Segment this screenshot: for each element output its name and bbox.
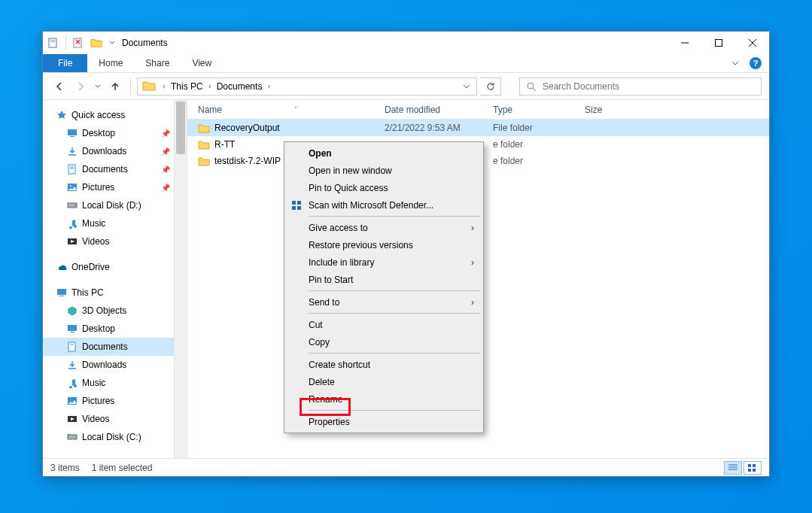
- ctx-pin-start[interactable]: Pin to Start: [286, 271, 482, 288]
- col-date[interactable]: Date modified: [385, 105, 493, 115]
- share-tab[interactable]: Share: [134, 54, 181, 72]
- svg-rect-0: [49, 38, 56, 47]
- tree-3d-objects[interactable]: 3D Objects: [43, 302, 187, 320]
- svg-line-9: [533, 88, 536, 91]
- address-seg-this-pc[interactable]: This PC: [169, 81, 205, 92]
- home-tab[interactable]: Home: [87, 54, 134, 72]
- tree-desktop2[interactable]: Desktop: [43, 320, 187, 338]
- status-selected-count: 1 item selected: [92, 463, 153, 473]
- close-button[interactable]: [735, 32, 769, 54]
- minimize-button[interactable]: [668, 32, 701, 54]
- help-icon[interactable]: ?: [750, 57, 762, 69]
- submenu-arrow-icon: ›: [471, 297, 474, 308]
- view-details-button[interactable]: [724, 461, 742, 475]
- ctx-restore-versions[interactable]: Restore previous versions: [286, 236, 482, 253]
- ctx-delete[interactable]: Delete: [286, 373, 482, 390]
- tree-quick-access[interactable]: Quick access: [43, 106, 187, 124]
- search-placeholder: Search Documents: [543, 81, 619, 92]
- documents-icon: [67, 341, 78, 352]
- ctx-rename[interactable]: Rename: [286, 390, 482, 408]
- col-name[interactable]: Name˄: [187, 105, 385, 115]
- tree-desktop[interactable]: Desktop📌: [43, 124, 187, 142]
- ctx-scan-defender[interactable]: Scan with Microsoft Defender...: [286, 196, 482, 214]
- music-icon: [67, 218, 78, 229]
- view-thumbnails-button[interactable]: [744, 461, 762, 475]
- tree-downloads[interactable]: Downloads📌: [43, 142, 187, 160]
- desktop-icon: [67, 323, 78, 334]
- ctx-copy[interactable]: Copy: [286, 333, 482, 351]
- ctx-pin-quick-access[interactable]: Pin to Quick access: [286, 179, 482, 196]
- svg-rect-5: [715, 40, 722, 47]
- ctx-send-to[interactable]: Send to›: [286, 293, 482, 311]
- address-chevron-icon[interactable]: ›: [205, 82, 215, 90]
- tree-music2[interactable]: Music: [43, 374, 187, 392]
- view-tab[interactable]: View: [181, 54, 223, 72]
- scrollbar-thumb[interactable]: [176, 102, 185, 154]
- address-dropdown-icon[interactable]: [458, 83, 475, 90]
- tree-documents2[interactable]: Documents: [43, 338, 187, 356]
- qat-new-folder-icon[interactable]: [72, 37, 84, 49]
- ribbon-expand-icon[interactable]: [731, 59, 739, 67]
- refresh-button[interactable]: [480, 77, 501, 96]
- folder-icon: [198, 156, 210, 166]
- pin-icon: 📌: [161, 147, 170, 156]
- address-bar[interactable]: › This PC › Documents ›: [137, 77, 477, 96]
- tree-downloads2[interactable]: Downloads: [43, 356, 187, 374]
- disk-icon: [67, 432, 78, 442]
- tree-documents[interactable]: Documents📌: [43, 160, 187, 178]
- tree-onedrive[interactable]: OneDrive: [43, 258, 187, 276]
- svg-rect-33: [748, 464, 751, 467]
- sidebar-scrollbar[interactable]: [174, 100, 187, 458]
- tree-local-disk-c[interactable]: Local Disk (C:): [43, 428, 187, 446]
- documents-icon: [67, 164, 78, 175]
- svg-rect-36: [753, 469, 756, 472]
- ctx-properties[interactable]: Properties: [286, 413, 482, 430]
- ctx-create-shortcut[interactable]: Create shortcut: [286, 356, 482, 373]
- svg-rect-34: [753, 464, 756, 467]
- qat-properties-icon[interactable]: [47, 37, 59, 49]
- recent-dropdown-icon[interactable]: [93, 77, 103, 96]
- search-box[interactable]: Search Documents: [519, 77, 762, 96]
- tree-pictures[interactable]: Pictures📌: [43, 178, 187, 196]
- star-icon: [56, 110, 67, 120]
- address-folder-icon: [142, 80, 156, 93]
- context-menu: Open Open in new window Pin to Quick acc…: [284, 141, 484, 433]
- music-icon: [67, 378, 78, 388]
- maximize-button[interactable]: [701, 32, 735, 54]
- svg-rect-24: [68, 342, 75, 351]
- address-root-chevron-icon[interactable]: ›: [159, 82, 169, 90]
- ctx-open[interactable]: Open: [286, 144, 482, 162]
- ctx-cut[interactable]: Cut: [286, 316, 482, 333]
- file-tab[interactable]: File: [43, 54, 87, 72]
- svg-rect-21: [59, 296, 64, 296]
- tree-this-pc[interactable]: This PC: [43, 284, 187, 302]
- address-chevron2-icon[interactable]: ›: [263, 82, 274, 90]
- qat-dropdown-icon[interactable]: [108, 37, 116, 49]
- ctx-give-access[interactable]: Give access to›: [286, 219, 482, 236]
- caption-buttons: [668, 32, 769, 54]
- col-size[interactable]: Size: [582, 105, 769, 115]
- file-row[interactable]: RecoveryOutput 2/21/2022 9:53 AM File fo…: [187, 120, 769, 136]
- svg-rect-35: [748, 469, 751, 472]
- svg-rect-29: [68, 434, 71, 436]
- forward-button[interactable]: [71, 77, 90, 96]
- ctx-open-new-window[interactable]: Open in new window: [286, 162, 482, 179]
- svg-rect-10: [68, 129, 77, 135]
- svg-rect-40: [297, 206, 301, 210]
- tree-music[interactable]: Music: [43, 214, 187, 232]
- address-seg-documents[interactable]: Documents: [215, 81, 264, 92]
- back-button[interactable]: [50, 77, 68, 96]
- pictures-icon: [67, 182, 78, 193]
- col-type[interactable]: Type: [493, 105, 582, 115]
- svg-rect-38: [297, 201, 301, 205]
- svg-rect-22: [68, 325, 77, 331]
- up-button[interactable]: [106, 77, 124, 96]
- qat-divider: [65, 36, 66, 50]
- defender-icon: [290, 199, 303, 211]
- tree-local-disk-d[interactable]: Local Disk (D:): [43, 196, 187, 214]
- ctx-include-library[interactable]: Include in library›: [286, 253, 482, 271]
- tree-pictures2[interactable]: Pictures: [43, 392, 187, 410]
- tree-videos[interactable]: Videos: [43, 232, 187, 250]
- svg-rect-39: [292, 206, 296, 210]
- tree-videos2[interactable]: Videos: [43, 410, 187, 428]
